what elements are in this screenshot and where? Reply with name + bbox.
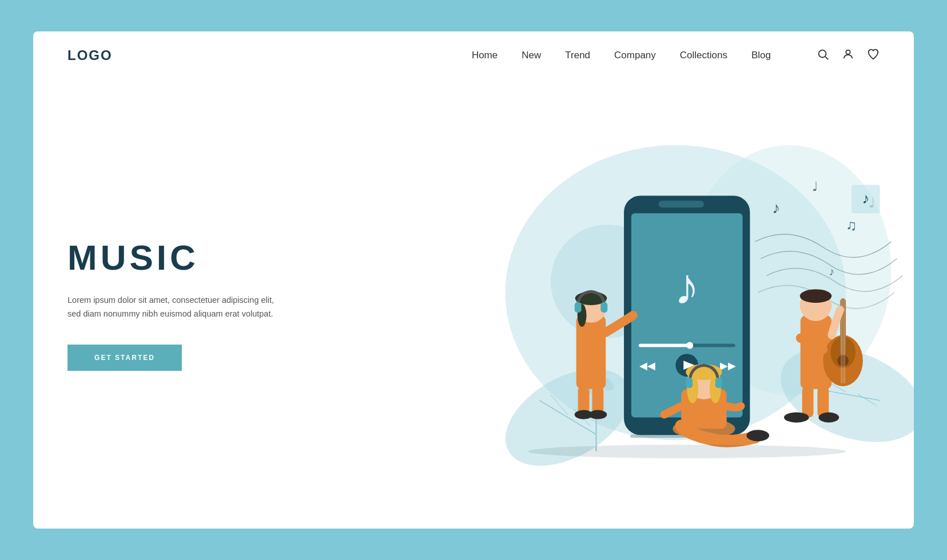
svg-rect-52 — [686, 378, 693, 388]
svg-point-0 — [819, 50, 826, 57]
svg-text:♩: ♩ — [811, 179, 817, 194]
svg-point-67 — [784, 413, 809, 423]
svg-rect-40 — [575, 302, 582, 313]
svg-point-2 — [846, 50, 850, 54]
svg-rect-22 — [639, 343, 690, 347]
hero-illustration: ♪ ◀◀ ▶▶ ♪ ♩ — [403, 79, 914, 529]
nav-new[interactable]: New — [522, 50, 541, 61]
svg-point-23 — [686, 342, 693, 349]
nav-trend[interactable]: Trend — [565, 50, 590, 61]
search-icon[interactable] — [817, 48, 829, 63]
svg-point-69 — [528, 445, 846, 458]
nav-collections[interactable]: Collections — [680, 50, 727, 61]
svg-point-45 — [588, 410, 607, 419]
header-icons — [817, 48, 880, 63]
svg-point-68 — [818, 413, 839, 423]
left-content: MUSIC Lorem ipsum dolor sit amet, consec… — [33, 79, 403, 529]
hero-description: Lorem ipsum dolor sit amet, consectetuer… — [67, 294, 285, 321]
svg-rect-53 — [715, 378, 722, 388]
svg-text:♪: ♪ — [862, 190, 869, 206]
svg-text:◀◀: ◀◀ — [639, 360, 655, 371]
nav-company[interactable]: Company — [614, 50, 656, 61]
header: LOGO Home New Trend Company Collections … — [33, 31, 914, 79]
main-content: MUSIC Lorem ipsum dolor sit amet, consec… — [33, 79, 914, 529]
svg-rect-36 — [576, 315, 606, 389]
svg-rect-41 — [600, 302, 607, 313]
nav-home[interactable]: Home — [472, 50, 498, 61]
svg-line-1 — [825, 57, 828, 59]
user-icon[interactable] — [842, 48, 854, 63]
main-card: LOGO Home New Trend Company Collections … — [33, 31, 914, 529]
heart-icon[interactable] — [867, 48, 880, 63]
nav-blog[interactable]: Blog — [751, 50, 771, 61]
svg-rect-19 — [658, 201, 703, 207]
navigation: Home New Trend Company Collections Blog — [472, 50, 771, 61]
svg-text:♪: ♪ — [674, 258, 700, 315]
cta-button[interactable]: GET STARTED — [67, 345, 182, 371]
svg-point-54 — [746, 430, 769, 441]
svg-text:♪: ♪ — [772, 199, 780, 217]
outer-frame: LOGO Home New Trend Company Collections … — [0, 0, 947, 560]
logo: LOGO — [67, 47, 113, 63]
illustration-svg: ♪ ◀◀ ▶▶ ♪ ♩ — [403, 79, 914, 529]
svg-text:▶▶: ▶▶ — [719, 360, 735, 371]
svg-rect-65 — [802, 386, 813, 418]
hero-title: MUSIC — [67, 237, 369, 278]
svg-text:♫: ♫ — [846, 217, 857, 233]
svg-point-57 — [800, 289, 832, 303]
